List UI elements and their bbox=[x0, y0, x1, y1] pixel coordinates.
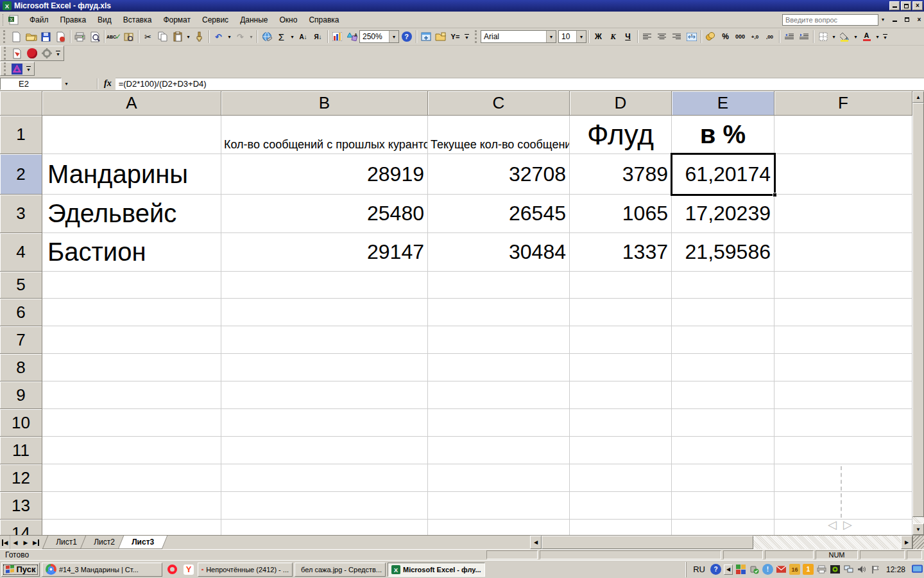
empty-row-9[interactable] bbox=[42, 381, 912, 409]
autosum-button[interactable]: Σ bbox=[274, 30, 289, 44]
column-header-d[interactable]: D bbox=[570, 91, 672, 116]
empty-row-7[interactable] bbox=[42, 326, 912, 354]
empty-row-8[interactable] bbox=[42, 354, 912, 381]
permission-button[interactable] bbox=[53, 30, 68, 44]
empty-row-11[interactable] bbox=[42, 437, 912, 464]
cell-a1[interactable] bbox=[42, 116, 221, 154]
menu-tools[interactable]: Сервис bbox=[196, 13, 234, 27]
sort-ascending-button[interactable]: А↓ bbox=[296, 30, 311, 44]
sort-descending-button[interactable]: Я↓ bbox=[311, 30, 325, 44]
menu-insert[interactable]: Вставка bbox=[117, 13, 158, 27]
vertical-scroll-thumb[interactable] bbox=[912, 103, 924, 517]
red-app-button[interactable] bbox=[24, 46, 39, 60]
new-document-button[interactable] bbox=[9, 30, 24, 44]
question-input[interactable] bbox=[782, 14, 878, 26]
toolbar-options-button[interactable]: ▼ bbox=[54, 46, 62, 60]
toolbar-options-button[interactable]: ▼ bbox=[881, 30, 889, 44]
horizontal-scrollbar[interactable]: ◀ ▶ bbox=[530, 536, 912, 549]
copy-button[interactable] bbox=[155, 30, 170, 44]
font-color-button[interactable]: A bbox=[859, 30, 874, 44]
cell-a3[interactable]: Эдельвейс bbox=[42, 195, 221, 233]
badge-16-icon[interactable]: 16 bbox=[789, 564, 800, 575]
underline-button[interactable]: Ч bbox=[620, 30, 635, 44]
research-button[interactable] bbox=[121, 30, 136, 44]
menu-view[interactable]: Вид bbox=[92, 13, 117, 27]
cell-c1[interactable]: Текущее кол-во сообщений bbox=[428, 116, 570, 154]
cell-e3[interactable]: 17,20239 bbox=[672, 195, 774, 233]
toolbar-options-button[interactable]: ▼ bbox=[24, 62, 33, 76]
insert-function-button[interactable]: fx bbox=[100, 78, 116, 89]
next-sheet-button[interactable]: ▶ bbox=[21, 536, 31, 549]
align-left-button[interactable] bbox=[640, 30, 654, 44]
cell-b1[interactable]: Кол-во сообщений с прошлых курантов bbox=[221, 116, 428, 154]
clock[interactable]: 12:28 bbox=[884, 565, 909, 574]
minimize-button[interactable] bbox=[889, 1, 900, 10]
row-header-10[interactable]: 10 bbox=[0, 409, 42, 437]
toggle-window-button[interactable] bbox=[418, 30, 433, 44]
drawing-button[interactable]: A bbox=[345, 30, 359, 44]
cell-d3[interactable]: 1065 bbox=[570, 195, 672, 233]
cell-f3[interactable] bbox=[774, 195, 912, 233]
cell-d4[interactable]: 1337 bbox=[570, 233, 672, 272]
last-sheet-button[interactable]: ▶ bbox=[31, 536, 41, 549]
column-header-e[interactable]: E bbox=[672, 91, 774, 116]
usb-device-icon[interactable] bbox=[749, 564, 760, 575]
cell-b4[interactable]: 29147 bbox=[221, 233, 428, 272]
task-excel-active[interactable]: X Microsoft Excel - флу... bbox=[388, 563, 485, 577]
borders-dropdown-icon[interactable]: ▾ bbox=[830, 30, 837, 44]
open-button[interactable] bbox=[24, 30, 38, 44]
first-sheet-button[interactable]: ◀ bbox=[0, 536, 10, 549]
cell-f4[interactable] bbox=[774, 233, 912, 272]
empty-row-5[interactable] bbox=[42, 272, 912, 299]
hyperlink-button[interactable] bbox=[259, 30, 274, 44]
column-header-c[interactable]: C bbox=[428, 91, 570, 116]
empty-row-14[interactable] bbox=[42, 520, 912, 535]
column-header-f[interactable]: F bbox=[774, 91, 912, 116]
zoom-combobox[interactable]: 250% ▾ bbox=[359, 30, 399, 43]
task-browser[interactable]: #14_3 Мандарины | Ст... bbox=[42, 563, 162, 577]
workbook-restore-button[interactable] bbox=[902, 15, 912, 24]
help-button[interactable]: ? bbox=[399, 30, 414, 44]
paste-button[interactable] bbox=[170, 30, 185, 44]
cell-e1[interactable]: в % bbox=[672, 116, 774, 154]
tray-expand-button[interactable]: ◀ bbox=[724, 565, 733, 575]
increase-indent-button[interactable] bbox=[796, 30, 811, 44]
row-header-9[interactable]: 9 bbox=[0, 381, 42, 409]
cut-button[interactable]: ✂ bbox=[141, 30, 155, 44]
menu-format[interactable]: Формат bbox=[157, 13, 196, 27]
increase-decimal-button[interactable]: +,0 bbox=[748, 30, 762, 44]
print-button[interactable] bbox=[73, 30, 87, 44]
display-icon[interactable] bbox=[912, 564, 923, 575]
row-header-2[interactable]: 2 bbox=[0, 154, 42, 195]
font-name-dropdown-icon[interactable]: ▾ bbox=[546, 31, 556, 42]
row-header-7[interactable]: 7 bbox=[0, 326, 42, 354]
align-center-button[interactable] bbox=[654, 30, 669, 44]
merge-center-button[interactable]: a bbox=[684, 30, 699, 44]
toolbar-grip[interactable] bbox=[475, 30, 479, 43]
column-header-b[interactable]: B bbox=[221, 91, 428, 116]
empty-row-13[interactable] bbox=[42, 492, 912, 520]
previous-sheet-button[interactable]: ◀ bbox=[10, 536, 21, 549]
bold-button[interactable]: Ж bbox=[591, 30, 606, 44]
task-mail[interactable]: Непрочтённые (2412) - ... bbox=[198, 563, 293, 577]
cell-c4[interactable]: 30484 bbox=[428, 233, 570, 272]
cell-a2[interactable]: Мандарины bbox=[42, 154, 221, 195]
row-header-5[interactable]: 5 bbox=[0, 272, 42, 299]
row-header-14[interactable]: 14 bbox=[0, 520, 42, 535]
cell-a4[interactable]: Бастион bbox=[42, 233, 221, 272]
chart-wizard-button[interactable] bbox=[330, 30, 345, 44]
toolbar-grip[interactable] bbox=[4, 47, 8, 60]
borders-button[interactable] bbox=[816, 30, 830, 44]
currency-style-button[interactable] bbox=[703, 30, 718, 44]
opera-launch-button[interactable] bbox=[165, 563, 179, 577]
antivirus-icon[interactable] bbox=[735, 564, 746, 575]
row-header-1[interactable]: 1 bbox=[0, 116, 42, 154]
save-button[interactable] bbox=[38, 30, 53, 44]
fill-color-button[interactable] bbox=[837, 30, 852, 44]
format-painter-button[interactable] bbox=[192, 30, 207, 44]
toolbar-grip[interactable] bbox=[4, 62, 8, 75]
vertical-scrollbar[interactable]: ▲ ▼ bbox=[912, 91, 924, 535]
row-header-11[interactable]: 11 bbox=[0, 437, 42, 464]
font-size-combobox[interactable]: 10 ▾ bbox=[558, 30, 586, 43]
empty-row-12[interactable] bbox=[42, 464, 912, 492]
